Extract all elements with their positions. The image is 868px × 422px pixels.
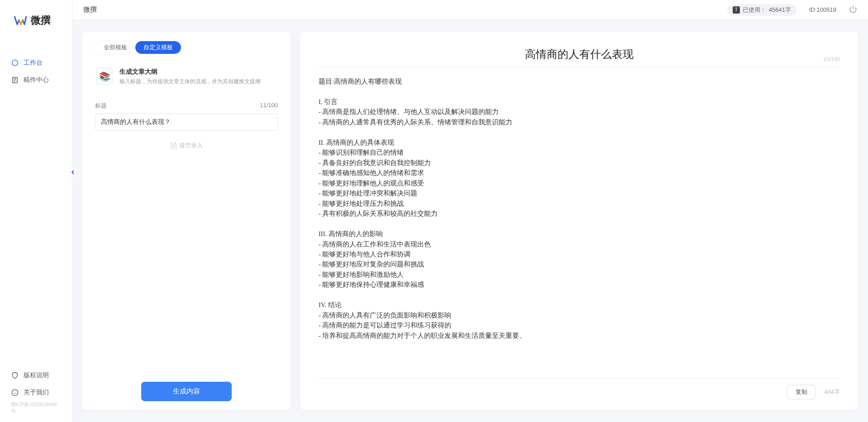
power-icon[interactable]: [849, 5, 857, 14]
text-count-icon: T: [733, 6, 740, 14]
user-id: ID:100519: [809, 6, 836, 13]
nav-label: 工作台: [24, 59, 43, 67]
output-header: 高情商的人有什么表现 10/100: [319, 41, 840, 67]
output-panel: 高情商的人有什么表现 10/100 题目:高情商的人有哪些表现 I. 引言 - …: [300, 32, 858, 410]
copy-button[interactable]: 复制: [787, 385, 816, 399]
nav-item-drafts[interactable]: 稿件中心: [0, 71, 72, 89]
field-label: 标题: [95, 102, 107, 110]
template-desc: 输入标题，为你提供文章主体的灵感，并为其创建推文提纲: [119, 78, 261, 85]
template-card: 📚 生成文章大纲 输入标题，为你提供文章主体的灵感，并为其创建推文提纲: [95, 63, 278, 95]
topbar: 微撰 T 已使用： 45641字 ID:100519: [72, 0, 868, 20]
usage-prefix: 已使用：: [743, 6, 766, 14]
cube-icon: [11, 59, 19, 67]
template-title: 生成文章大纲: [119, 68, 261, 76]
doc-icon: [11, 76, 19, 84]
shield-icon: [11, 371, 19, 379]
nav-item-workspace[interactable]: 工作台: [0, 54, 72, 71]
logo: 微撰: [0, 0, 72, 36]
app-title: 微撰: [83, 5, 97, 14]
title-field: 标题 11/100: [95, 102, 278, 131]
nav-label: 稿件中心: [24, 76, 49, 84]
output-body[interactable]: 题目:高情商的人有哪些表现 I. 引言 - 高情商是指人们处理情绪、与他人互动以…: [319, 76, 840, 369]
char-counter: 11/100: [260, 102, 278, 110]
content: 全部模板 自定义模板 📚 生成文章大纲 输入标题，为你提供文章主体的灵感，并为其…: [72, 20, 868, 422]
sidebar-item-label: 版权说明: [24, 371, 49, 379]
collapse-sidebar-button[interactable]: [69, 167, 76, 177]
template-tabs: 全部模板 自定义模板: [95, 41, 181, 54]
note-icon: 📄: [170, 142, 177, 149]
usage-badge[interactable]: T 已使用： 45641字: [727, 4, 796, 16]
sidebar-item-label: 关于我们: [24, 389, 49, 397]
sidebar-bottom: 版权说明 关于我们 鄂ICP备2022016946号: [0, 367, 72, 422]
title-input[interactable]: [95, 114, 278, 131]
icp-text: 鄂ICP备2022016946号: [0, 401, 72, 418]
generate-button[interactable]: 生成内容: [141, 382, 232, 401]
logo-mark-icon: [14, 14, 27, 27]
tab-custom-templates[interactable]: 自定义模板: [135, 41, 181, 54]
sidebar: 微撰 工作台 稿件中心 版权说明: [0, 0, 72, 422]
info-icon: [11, 389, 19, 397]
input-panel: 全部模板 自定义模板 📚 生成文章大纲 输入标题，为你提供文章主体的灵感，并为其…: [82, 32, 291, 410]
output-footer: 复制 404字: [319, 378, 840, 399]
output-title-counter: 10/100: [823, 56, 840, 62]
word-count: 404字: [824, 388, 840, 396]
nav: 工作台 稿件中心: [0, 54, 72, 367]
empty-hint: 📄 请空录入: [95, 142, 278, 150]
books-icon: 📚: [96, 68, 113, 85]
logo-text: 微撰: [31, 14, 51, 27]
usage-value: 45641字: [769, 6, 791, 14]
topbar-right: T 已使用： 45641字 ID:100519: [727, 4, 857, 16]
output-title: 高情商的人有什么表现: [319, 47, 840, 62]
sidebar-item-about[interactable]: 关于我们: [0, 384, 72, 401]
sidebar-item-copyright[interactable]: 版权说明: [0, 367, 72, 384]
tab-all-templates[interactable]: 全部模板: [95, 41, 135, 54]
main: 微撰 T 已使用： 45641字 ID:100519 全部模板 自定义模板: [72, 0, 868, 422]
